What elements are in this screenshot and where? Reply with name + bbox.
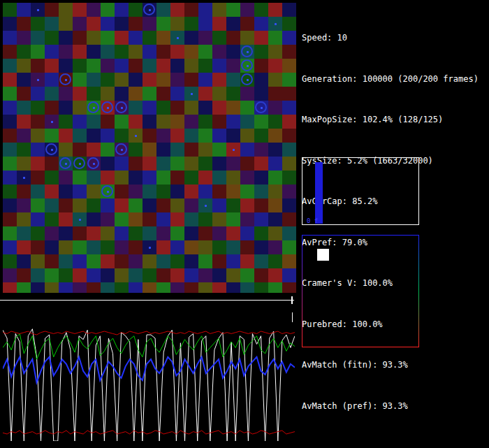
world-cell — [170, 3, 184, 17]
world-cell — [226, 157, 240, 171]
world-cell — [268, 185, 282, 198]
world-cell — [17, 268, 31, 282]
organism-dot — [93, 163, 95, 165]
world-cell — [198, 45, 212, 59]
colormap-edge-left — [302, 235, 302, 347]
world-cell — [17, 45, 31, 59]
timeline-track[interactable] — [0, 300, 294, 301]
world-cell — [282, 240, 296, 254]
world-cell — [59, 268, 73, 282]
world-cell — [87, 87, 101, 101]
world-cell — [101, 157, 115, 171]
colormap-edge-bottom — [302, 347, 419, 347]
world-cell — [59, 185, 73, 198]
world-cell — [282, 143, 296, 157]
world-cell — [101, 198, 115, 212]
world-cell — [31, 87, 45, 101]
world-cell — [3, 3, 17, 17]
world-cell — [31, 268, 45, 282]
world-cell — [282, 226, 296, 240]
world-cell — [282, 73, 296, 87]
world-cell — [115, 59, 129, 73]
organism-dot — [51, 149, 53, 151]
world-cell — [31, 45, 45, 59]
world-cell — [129, 45, 143, 59]
organism-dot — [79, 163, 81, 165]
world-cell — [17, 198, 31, 212]
organism-dot — [261, 107, 263, 109]
world-cell — [87, 226, 101, 240]
world-cell — [254, 240, 268, 254]
world-cell — [59, 212, 73, 226]
world-cell — [226, 59, 240, 73]
world-cell — [268, 143, 282, 157]
organism-dot — [107, 191, 109, 193]
world-cell — [254, 87, 268, 101]
world-cell — [184, 282, 198, 293]
world-cell — [282, 3, 296, 17]
organism-dot — [121, 149, 123, 151]
world-cell — [170, 129, 184, 143]
world-cell — [87, 143, 101, 157]
world-cell — [282, 129, 296, 143]
world-cell — [31, 157, 45, 171]
world-cell — [156, 3, 170, 17]
world-cell — [170, 45, 184, 59]
world-cell — [212, 59, 226, 73]
world-cell — [87, 73, 101, 87]
world-cell — [73, 282, 87, 293]
world-cell — [3, 282, 17, 293]
world-cell — [3, 101, 17, 115]
organism-dot — [135, 135, 137, 137]
world-cell — [254, 254, 268, 268]
world-cell — [268, 87, 282, 101]
world-cell — [31, 282, 45, 293]
world-cell — [184, 268, 198, 282]
world-cell — [254, 17, 268, 31]
world-cell — [212, 129, 226, 143]
world-cell — [73, 254, 87, 268]
world-cell — [240, 212, 254, 226]
world-cell — [87, 240, 101, 254]
colormap-box — [302, 235, 419, 347]
world-cell — [198, 59, 212, 73]
world-cell — [3, 17, 17, 31]
timeline-handle[interactable] — [291, 296, 293, 304]
world-cell — [226, 87, 240, 101]
world-cell — [212, 268, 226, 282]
world-cell — [254, 212, 268, 226]
world-cell — [240, 129, 254, 143]
world-cell — [254, 143, 268, 157]
world-grid[interactable] — [3, 3, 296, 293]
world-cell — [87, 254, 101, 268]
world-cell — [115, 185, 129, 198]
world-cell — [45, 3, 59, 17]
world-cell — [226, 212, 240, 226]
world-cell — [254, 282, 268, 293]
world-cell — [45, 226, 59, 240]
world-cell — [282, 171, 296, 185]
world-cell — [115, 157, 129, 171]
world-cell — [268, 157, 282, 171]
world-cell — [156, 226, 170, 240]
world-cell — [254, 73, 268, 87]
world-cell — [129, 240, 143, 254]
world-cell — [101, 268, 115, 282]
organism-dot — [205, 205, 207, 207]
world-cell — [115, 17, 129, 31]
world-cell — [198, 254, 212, 268]
histogram-box: 0 f — [302, 157, 419, 225]
world-cell — [45, 240, 59, 254]
world-cell — [3, 254, 17, 268]
world-cell — [212, 73, 226, 87]
organism-dot — [79, 219, 81, 221]
world-cell — [240, 198, 254, 212]
world-cell — [115, 129, 129, 143]
world-cell — [87, 45, 101, 59]
world-cell — [73, 45, 87, 59]
world-cell — [170, 254, 184, 268]
world-cell — [170, 268, 184, 282]
world-cell — [143, 17, 156, 31]
world-cell — [87, 3, 101, 17]
world-cell — [115, 226, 129, 240]
